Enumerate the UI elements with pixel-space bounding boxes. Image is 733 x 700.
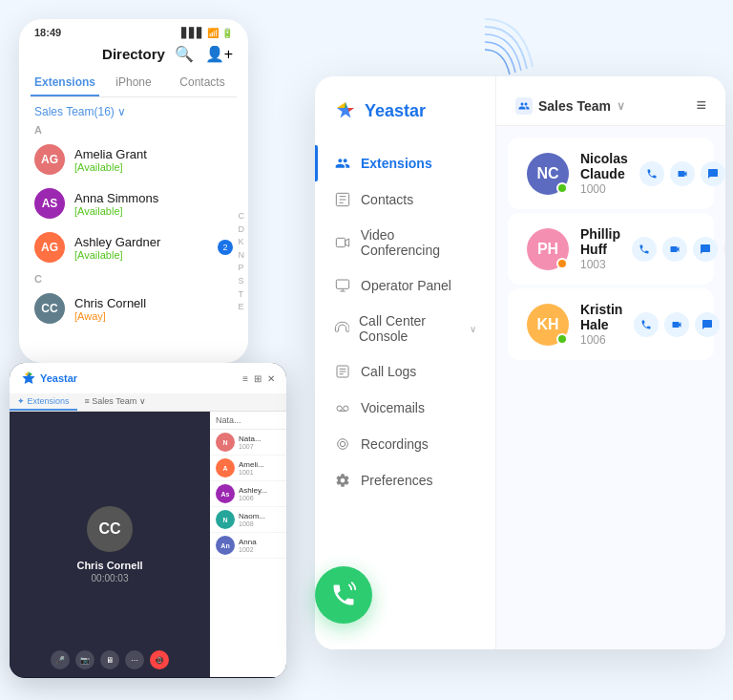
call-video-area: CC Chris Cornell 00:00:03 🎤 📷 🖥 ⋯ 📵	[10, 412, 210, 677]
person-icon	[334, 155, 351, 172]
logo-text: Yeastar	[365, 101, 426, 121]
sidebar-item-extensions[interactable]: Extensions	[315, 145, 495, 181]
phone-tabs: Extensions iPhone Contacts	[31, 70, 237, 97]
svg-rect-5	[336, 280, 348, 288]
add-contact-icon[interactable]: 👤+	[205, 45, 233, 63]
settings-icon	[334, 472, 351, 489]
group-filter[interactable]: Sales Team ∨	[515, 97, 625, 115]
mute-button[interactable]: 🎤	[51, 650, 70, 669]
main-panel: Yeastar Extensions Contacts Video Confer…	[315, 76, 725, 649]
camera-button[interactable]: 📷	[75, 650, 94, 669]
yeastar-logo-icon	[334, 99, 357, 122]
message-button[interactable]	[695, 312, 720, 337]
tab-contacts[interactable]: Contacts	[168, 70, 237, 96]
sidebar-item-label: Recordings	[361, 436, 429, 452]
phone-section-a: A	[19, 120, 248, 138]
contact-actions: ···	[632, 237, 725, 262]
sidebar-item-calllogs[interactable]: Call Logs	[315, 353, 495, 390]
more-options-button[interactable]: ···	[723, 237, 725, 262]
sidebar-item-video[interactable]: Video Conferencing	[315, 218, 495, 267]
battery-icon: 🔋	[221, 28, 233, 38]
sidebar-item-callcenter[interactable]: Call Center Console ∨	[315, 304, 495, 353]
call-panel-header: Nata...	[210, 412, 286, 430]
close-small-icon: ✕	[267, 373, 275, 384]
phone-time: 18:49	[34, 27, 61, 38]
call-tab-sales[interactable]: ≡ Sales Team ∨	[77, 393, 154, 411]
float-call-button[interactable]	[315, 566, 372, 624]
log-icon	[334, 363, 351, 380]
sidebar-item-label: Contacts	[361, 192, 413, 207]
sidebar-item-voicemail[interactable]: Voicemails	[315, 390, 495, 426]
phone-header-icons: 🔍 👤+	[175, 45, 233, 63]
phone-group-label[interactable]: Sales Team(16) ∨	[19, 97, 248, 120]
video-button[interactable]	[670, 161, 695, 186]
sidebar-logo: Yeastar	[315, 99, 495, 145]
more-button[interactable]: ⋯	[125, 650, 144, 669]
avatar-wrap: PH	[527, 228, 569, 270]
list-item: AG Ashley Gardner [Available] 2	[19, 225, 248, 269]
search-icon[interactable]: 🔍	[175, 45, 194, 63]
call-button[interactable]	[639, 161, 664, 186]
contact-info: Kristin Hale 1006	[580, 302, 622, 347]
video-button[interactable]	[662, 237, 687, 262]
contact-ext: 1006	[580, 333, 622, 347]
sidebar-item-label: Video Conferencing	[361, 227, 476, 258]
end-call-button[interactable]: 📵	[150, 650, 169, 669]
status-dot	[556, 333, 568, 345]
call-panel: Nata... N Nata... 1007 A Ameli... 1001 A…	[210, 412, 286, 677]
sidebar-item-operator[interactable]: Operator Panel	[315, 267, 495, 304]
tab-iphone[interactable]: iPhone	[99, 70, 168, 96]
avatar: N	[216, 510, 235, 529]
message-button[interactable]	[701, 161, 725, 186]
contact-ext: 1003	[580, 258, 620, 271]
call-mockup: Yeastar ≡ ⊞ ✕ ✦ Extensions ≡ Sales Team …	[10, 363, 286, 678]
operator-icon	[334, 277, 351, 294]
sidebar-item-label: Extensions	[361, 156, 432, 171]
sidebar-item-preferences[interactable]: Preferences	[315, 462, 495, 498]
video-button[interactable]	[664, 312, 689, 337]
contact-info: Nicolas Claude 1000	[580, 151, 628, 196]
sidebar-item-contacts[interactable]: Contacts	[315, 181, 495, 218]
sidebar-item-label: Call Logs	[361, 364, 416, 379]
window-icon: ⊞	[254, 373, 262, 384]
call-tab-extensions[interactable]: ✦ Extensions	[10, 393, 77, 411]
status-dot	[556, 182, 568, 194]
group-icon	[515, 97, 533, 115]
message-button[interactable]	[693, 237, 718, 262]
call-screen-logo: Yeastar	[21, 371, 77, 386]
menu-icon[interactable]: ≡	[696, 95, 706, 116]
content-area: Sales Team ∨ ≡ NC Nicolas Claude 1000	[496, 76, 725, 649]
phone-alphabet: C D K N P S T E	[239, 210, 245, 313]
list-item: KH Kristin Hale 1006	[508, 288, 714, 360]
content-header: Sales Team ∨ ≡	[496, 76, 725, 126]
avatar: AG	[34, 232, 65, 263]
video-icon	[334, 234, 351, 251]
call-button[interactable]	[634, 312, 659, 337]
wifi-icon: 📶	[207, 28, 219, 38]
sidebar-item-recordings[interactable]: Recordings	[315, 426, 495, 462]
call-sidebar-bar: ✦ Extensions ≡ Sales Team ∨	[10, 393, 286, 412]
svg-point-13	[344, 406, 348, 411]
sidebar: Yeastar Extensions Contacts Video Confer…	[315, 76, 496, 649]
contacts-icon	[334, 191, 351, 208]
call-button[interactable]	[632, 237, 657, 262]
call-controls: 🎤 📷 🖥 ⋯ 📵	[10, 650, 210, 669]
contact-name: Phillip Huff	[580, 226, 620, 257]
avatar-wrap: NC	[527, 153, 569, 195]
recording-icon	[334, 435, 351, 453]
screen-share-button[interactable]: 🖥	[100, 650, 119, 669]
badge-icon: 2	[218, 240, 233, 255]
phone-header-title: Directory	[102, 46, 165, 62]
phone-header: Directory 🔍 👤+	[19, 42, 248, 70]
call-top-icons: ≡ ⊞ ✕	[242, 373, 275, 384]
list-item: As Ashley... 1006	[210, 481, 286, 507]
sidebar-item-label: Voicemails	[361, 400, 425, 415]
contact-list: NC Nicolas Claude 1000	[496, 126, 725, 642]
list-item: N Nata... 1007	[210, 430, 286, 456]
avatar: CC	[34, 293, 65, 324]
tab-extensions[interactable]: Extensions	[31, 70, 99, 96]
list-item: PH Phillip Huff 1003	[508, 213, 714, 285]
list-item: AG Amelia Grant [Available]	[19, 138, 248, 181]
sidebar-item-label: Preferences	[361, 473, 432, 488]
status-dot	[556, 258, 568, 269]
